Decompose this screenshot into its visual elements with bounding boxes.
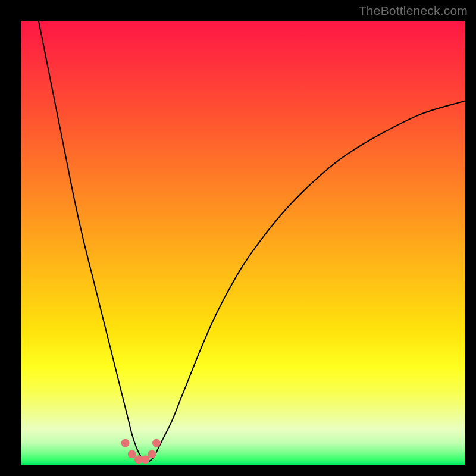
marker-dot: [152, 439, 161, 447]
chart-overlay: [21, 21, 465, 465]
marker-dot: [128, 450, 136, 458]
marker-dot: [121, 439, 130, 447]
chart-frame: TheBottleneck.com: [0, 0, 476, 476]
watermark-text: TheBottleneck.com: [359, 4, 468, 18]
bottleneck-curve: [39, 21, 465, 461]
marker-dot: [148, 450, 156, 458]
curve-markers: [121, 439, 161, 464]
marker-dot: [141, 455, 149, 464]
plot-area: [21, 21, 465, 465]
